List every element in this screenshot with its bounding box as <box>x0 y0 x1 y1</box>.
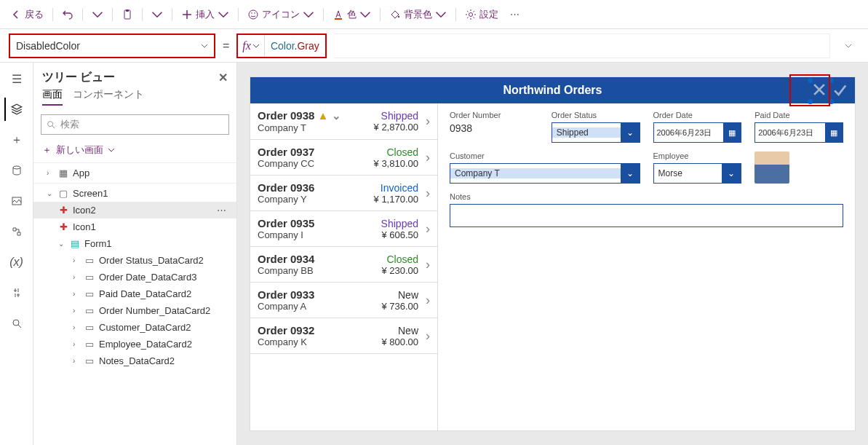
selection-handles <box>810 80 832 102</box>
tree-label: Icon1 <box>73 221 96 232</box>
chevron-right-icon: › <box>423 328 430 344</box>
order-company: Company K <box>258 336 377 347</box>
chevron-down-icon: ⌄ <box>621 164 640 183</box>
formula-bar[interactable]: fx Color.Gray <box>236 34 326 58</box>
date-text: 2006年6月23日 <box>654 127 724 138</box>
tree-node-dc-notes[interactable]: ›▭Notes_DataCard2 <box>33 353 236 369</box>
customer-combo[interactable]: Company T⌄ <box>450 163 640 184</box>
chevron-down-icon <box>359 9 371 20</box>
order-row[interactable]: Order 0933Company ANew¥ 736.00› <box>250 283 437 318</box>
tree-node-icon1[interactable]: ✚Icon1 <box>33 218 236 235</box>
settings-button[interactable]: 設定 <box>461 5 503 24</box>
rail-search[interactable] <box>5 312 28 335</box>
rail-data[interactable] <box>5 159 28 182</box>
insert-button[interactable]: 挿入 <box>177 5 234 24</box>
warning-icon: ▲ <box>318 109 329 122</box>
svg-point-11 <box>48 122 53 127</box>
color-button[interactable]: 色 <box>328 5 375 24</box>
separator <box>52 8 53 21</box>
notes-input[interactable] <box>450 204 843 227</box>
order-list[interactable]: Order 0938 ▲ ⌄Company TShipped¥ 2,870.00… <box>250 103 438 430</box>
order-row[interactable]: Order 0936Company YInvoiced¥ 1,170.00› <box>250 176 437 211</box>
tree-node-dc-paid[interactable]: ›▭Paid Date_DataCard2 <box>33 285 236 302</box>
order-row[interactable]: Order 0938 ▲ ⌄Company TShipped¥ 2,870.00… <box>250 103 437 140</box>
tab-components[interactable]: コンポーネント <box>73 88 144 106</box>
arrow-left-icon <box>10 9 22 20</box>
combo-text: Morse <box>654 168 722 178</box>
date-text: 2006年6月23日 <box>755 127 825 138</box>
more-icon[interactable]: ⋯ <box>217 205 232 216</box>
order-title: Order 0937 <box>258 146 370 158</box>
tree-node-dc-cust[interactable]: ›▭Customer_DataCard2 <box>33 319 236 336</box>
new-screen-button[interactable]: ＋ 新しい画面 <box>33 139 236 161</box>
orderdate-picker[interactable]: 2006年6月23日▦ <box>653 122 742 143</box>
formula-expand[interactable] <box>837 39 859 52</box>
icon-button[interactable]: アイコン <box>243 5 319 24</box>
order-company: Company T <box>258 122 370 133</box>
chevron-down-icon: ⌄ <box>332 109 341 122</box>
tab-screens[interactable]: 画面 <box>42 88 63 106</box>
formula-token-3: Gray <box>297 40 319 52</box>
rail-flow[interactable] <box>5 220 28 243</box>
rail-media[interactable] <box>5 189 28 213</box>
bgcolor-button[interactable]: 背景色 <box>385 5 451 24</box>
svg-point-4 <box>254 12 255 14</box>
tree-node-dc-emp[interactable]: ›▭Employee_DataCard2 <box>33 336 236 353</box>
formula-input[interactable]: Color.Gray <box>265 40 325 52</box>
expand-icon: › <box>73 273 80 281</box>
employee-combo[interactable]: Morse⌄ <box>653 163 742 184</box>
order-status: Closed <box>381 253 418 265</box>
expand-icon: › <box>73 323 80 331</box>
rail-insert[interactable]: ＋ <box>5 128 28 151</box>
property-selector[interactable]: DisabledColor <box>9 34 215 58</box>
tree-node-app[interactable]: ›▦App <box>33 165 236 181</box>
chevron-right-icon: › <box>423 114 430 129</box>
paste-chevron[interactable] <box>147 6 167 23</box>
field-avatar <box>754 151 843 184</box>
expand-icon: › <box>73 290 80 298</box>
rail-tree[interactable] <box>4 98 28 121</box>
order-form: Order Number 0938 Order Status Shipped⌄ … <box>438 103 855 430</box>
rail-hamburger[interactable]: ☰ <box>5 67 28 90</box>
tree-search[interactable]: 検索 <box>41 114 229 135</box>
tree-label: Form1 <box>84 238 112 249</box>
tree-title: ツリー ビュー <box>42 70 115 85</box>
separator <box>172 8 172 21</box>
back-button[interactable]: 戻る <box>6 5 48 24</box>
order-price: ¥ 3,810.00 <box>374 158 418 169</box>
paiddate-picker[interactable]: 2006年6月23日▦ <box>754 122 843 143</box>
tree-node-icon2[interactable]: ✚Icon2⋯ <box>33 202 236 218</box>
fx-button[interactable]: fx <box>238 35 265 57</box>
status-combo[interactable]: Shipped⌄ <box>552 122 640 143</box>
chevron-down-icon <box>108 146 115 154</box>
chevron-right-icon: › <box>423 221 430 237</box>
tree-node-dc-num[interactable]: ›▭Order Number_DataCard2 <box>33 302 236 319</box>
confirm-icon[interactable] <box>832 82 848 98</box>
order-row[interactable]: Order 0934Company BBClosed¥ 230.00› <box>250 247 437 283</box>
tree-node-dc-orderdate[interactable]: ›▭Order Date_DataCard3 <box>33 269 236 285</box>
formula-extend[interactable] <box>334 34 830 58</box>
chevron-down-icon <box>435 9 447 20</box>
form-icon: ▤ <box>70 239 80 249</box>
tree-node-screen1[interactable]: ⌄▢Screen1 <box>33 185 236 202</box>
tree-node-dc-status[interactable]: ›▭Order Status_DataCard2 <box>33 252 236 269</box>
svg-point-10 <box>13 320 19 326</box>
svg-point-3 <box>251 12 252 14</box>
order-row[interactable]: Order 0932Company KNew¥ 800.00› <box>250 318 437 354</box>
chevron-down-icon: ⌄ <box>621 123 640 142</box>
tree-node-form1[interactable]: ⌄▤Form1 <box>33 235 236 252</box>
overflow-button[interactable]: ⋯ <box>506 6 524 23</box>
order-row[interactable]: Order 0937Company CCClosed¥ 3,810.00› <box>250 140 437 176</box>
order-row[interactable]: Order 0935Company IShipped¥ 606.50› <box>250 211 437 247</box>
paste-button[interactable] <box>117 6 138 23</box>
order-title: Order 0938 ▲ ⌄ <box>258 109 370 122</box>
undo-chevron[interactable] <box>87 6 108 23</box>
rail-variables[interactable]: (x) <box>5 251 28 274</box>
undo-button[interactable] <box>57 6 78 23</box>
close-icon[interactable]: ✕ <box>218 71 228 84</box>
icon-icon: ✚ <box>58 222 68 232</box>
expand-icon: ⌄ <box>47 189 54 197</box>
order-price: ¥ 800.00 <box>381 336 418 347</box>
label: Customer <box>450 151 640 160</box>
rail-tools[interactable] <box>5 281 28 304</box>
